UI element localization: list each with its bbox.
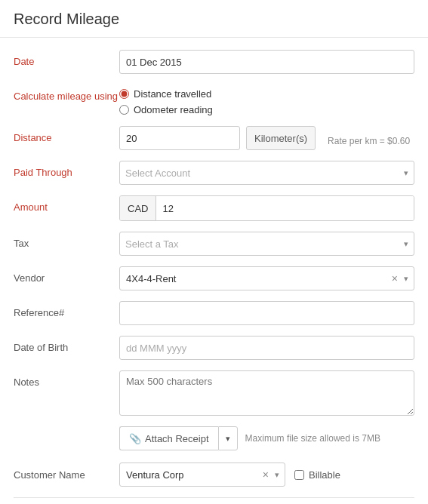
amount-input[interactable] <box>156 196 414 220</box>
vendor-clear-icon[interactable]: × <box>392 272 398 284</box>
tax-control: ▾ Select a Tax <box>119 232 414 256</box>
tax-label: Tax <box>14 232 119 250</box>
customer-clear-icon[interactable]: × <box>263 469 269 481</box>
notes-label: Notes <box>14 370 119 389</box>
dob-row: Date of Birth <box>14 336 414 360</box>
notes-row: Notes <box>14 370 414 416</box>
paperclip-icon: 📎 <box>129 433 141 444</box>
vendor-control: 4X4-4-Rent × ▾ <box>119 266 414 290</box>
date-label: Date <box>14 50 119 69</box>
dob-input[interactable] <box>119 336 414 360</box>
date-input[interactable] <box>119 50 414 74</box>
paid-through-label: Paid Through <box>14 161 119 180</box>
unit-button[interactable]: Kilometer(s) <box>246 126 316 150</box>
mileage-label: Calculate mileage using <box>14 85 119 103</box>
tax-select[interactable] <box>119 232 414 256</box>
dob-label: Date of Birth <box>14 336 119 355</box>
form-divider <box>14 497 414 498</box>
vendor-label: Vendor <box>14 266 119 285</box>
date-row: Date <box>14 50 414 74</box>
attach-note: Maximum file size allowed is 7MB <box>245 433 380 444</box>
billable-wrap: Billable <box>294 469 340 481</box>
distance-input[interactable] <box>119 126 240 150</box>
attach-row: 📎 Attach Receipt ▾ Maximum file size all… <box>14 426 414 450</box>
amount-row: Amount CAD <box>14 195 414 221</box>
paid-through-row: Paid Through ▾ Select Account <box>14 161 414 185</box>
paid-through-select[interactable] <box>119 161 414 185</box>
customer-label: Customer Name <box>14 469 119 481</box>
notes-control <box>119 370 414 416</box>
mileage-row: Calculate mileage using Distance travell… <box>14 85 414 115</box>
radio-distance-label: Distance travelled <box>134 88 211 100</box>
date-control <box>119 50 414 74</box>
rate-label: Rate per km = $0.60 <box>328 130 410 146</box>
attach-dropdown-button[interactable]: ▾ <box>218 426 238 450</box>
notes-textarea[interactable] <box>119 370 414 416</box>
mileage-radio-group: Distance travelled Odometer reading <box>119 85 414 115</box>
page-title: Record Mileage <box>14 11 414 28</box>
reference-input[interactable] <box>119 301 414 325</box>
radio-odometer-label: Odometer reading <box>134 104 213 115</box>
customer-arrow-icon: ▾ <box>275 470 279 480</box>
distance-row: Distance Kilometer(s) Rate per km = $0.6… <box>14 126 414 150</box>
amount-wrap: CAD <box>119 195 414 221</box>
radio-distance[interactable]: Distance travelled <box>119 88 414 100</box>
attach-receipt-button[interactable]: 📎 Attach Receipt <box>119 426 218 450</box>
radio-distance-input[interactable] <box>119 89 129 99</box>
form-body: Date Calculate mileage using Distance tr… <box>0 38 428 504</box>
customer-select-wrap: Ventura Corp × ▾ <box>119 463 285 487</box>
radio-odometer[interactable]: Odometer reading <box>119 104 414 115</box>
tax-row: Tax ▾ Select a Tax <box>14 232 414 256</box>
paid-through-select-wrap: ▾ Select Account <box>119 161 414 185</box>
distance-control: Kilometer(s) Rate per km = $0.60 <box>119 126 414 150</box>
customer-select-box[interactable]: Ventura Corp <box>119 463 285 487</box>
reference-row: Reference# <box>14 301 414 325</box>
vendor-select-wrap: 4X4-4-Rent × ▾ <box>119 266 414 290</box>
radio-odometer-input[interactable] <box>119 105 129 115</box>
distance-wrap: Kilometer(s) Rate per km = $0.60 <box>119 126 414 150</box>
reference-label: Reference# <box>14 301 119 320</box>
customer-value: Ventura Corp <box>126 469 184 481</box>
attach-label: Attach Receipt <box>145 433 209 444</box>
billable-label: Billable <box>309 469 340 481</box>
vendor-arrow-icon: ▾ <box>404 274 408 284</box>
billable-checkbox[interactable] <box>294 470 304 480</box>
amount-label: Amount <box>14 195 119 214</box>
vendor-value: 4X4-4-Rent <box>126 273 176 284</box>
page-header: Record Mileage <box>0 0 428 38</box>
dob-control <box>119 336 414 360</box>
mileage-control: Distance travelled Odometer reading <box>119 85 414 115</box>
distance-label: Distance <box>14 126 119 145</box>
page-container: Record Mileage Date Calculate mileage us… <box>0 0 428 504</box>
amount-control: CAD <box>119 195 414 221</box>
tax-select-wrap: ▾ Select a Tax <box>119 232 414 256</box>
currency-badge: CAD <box>120 196 156 220</box>
attach-dropdown-icon: ▾ <box>226 434 230 444</box>
vendor-row: Vendor 4X4-4-Rent × ▾ <box>14 266 414 290</box>
customer-row: Customer Name Ventura Corp × ▾ Billable <box>14 463 414 487</box>
reference-control <box>119 301 414 325</box>
paid-through-control: ▾ Select Account <box>119 161 414 185</box>
vendor-select-box[interactable]: 4X4-4-Rent <box>119 266 414 290</box>
